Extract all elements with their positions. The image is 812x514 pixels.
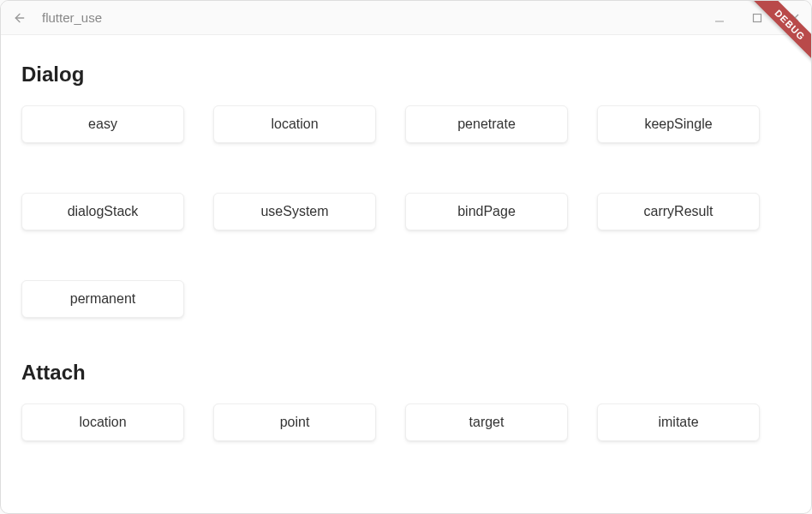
dialog-grid: easy location penetrate keepSingle dialo… xyxy=(21,105,791,318)
tile-label: easy xyxy=(88,117,117,132)
tile-label: imitate xyxy=(658,415,698,430)
tile-label: target xyxy=(469,415,505,430)
back-arrow-icon[interactable] xyxy=(11,9,28,27)
tile-label: location xyxy=(79,415,126,430)
tile-point[interactable]: point xyxy=(213,403,376,441)
section-title-attach: Attach xyxy=(21,361,791,385)
tile-label: useSystem xyxy=(260,204,328,219)
tile-label: penetrate xyxy=(457,117,516,132)
minimize-icon[interactable] xyxy=(712,10,727,26)
titlebar: flutter_use xyxy=(1,1,811,35)
tile-label: keepSingle xyxy=(644,117,712,132)
attach-grid: location point target imitate xyxy=(21,403,791,441)
svg-rect-2 xyxy=(754,15,761,22)
content: Dialog easy location penetrate keepSingl… xyxy=(1,35,811,513)
tile-label: location xyxy=(271,117,318,132)
tile-target[interactable]: target xyxy=(405,403,568,441)
tile-imitate[interactable]: imitate xyxy=(597,403,760,441)
tile-keepsingle[interactable]: keepSingle xyxy=(597,105,760,143)
tile-label: point xyxy=(280,415,310,430)
tile-label: dialogStack xyxy=(68,204,139,219)
tile-easy[interactable]: easy xyxy=(21,105,184,143)
tile-location[interactable]: location xyxy=(213,105,376,143)
tile-permanent[interactable]: permanent xyxy=(21,280,184,318)
tile-carryresult[interactable]: carryResult xyxy=(597,193,760,230)
app-window: flutter_use DEBUG Dialog easy location p… xyxy=(0,0,812,514)
tile-label: bindPage xyxy=(457,204,516,219)
tile-dialogstack[interactable]: dialogStack xyxy=(21,193,184,230)
tile-usesystem[interactable]: useSystem xyxy=(213,193,376,230)
tile-penetrate[interactable]: penetrate xyxy=(405,105,568,143)
maximize-icon[interactable] xyxy=(749,10,765,26)
tile-location-attach[interactable]: location xyxy=(21,403,184,441)
tile-label: permanent xyxy=(70,291,136,307)
window-title: flutter_use xyxy=(42,10,102,25)
tile-bindpage[interactable]: bindPage xyxy=(405,193,568,230)
section-title-dialog: Dialog xyxy=(21,63,791,87)
tile-label: carryResult xyxy=(644,204,713,219)
